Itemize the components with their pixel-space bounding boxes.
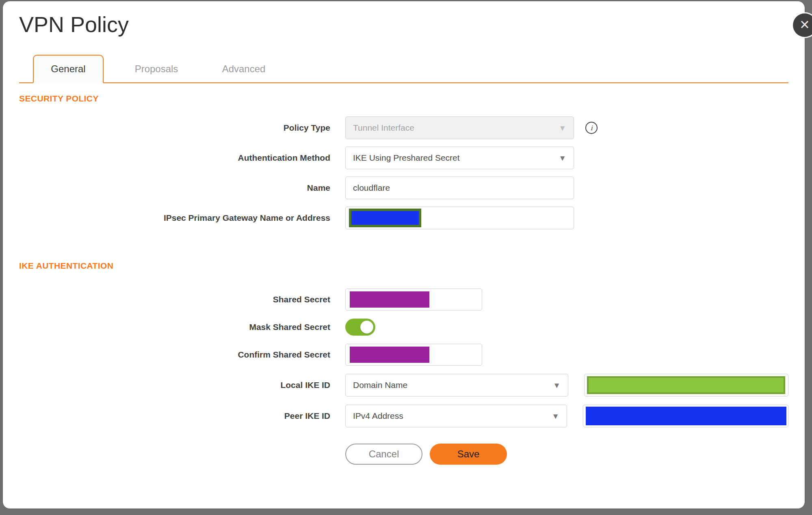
policy-type-row: Policy Type Tunnel Interface ▼ i [19,116,788,139]
action-buttons: Cancel Save [345,444,788,465]
close-icon: × [800,16,809,32]
shared-secret-input[interactable] [345,289,482,310]
confirm-shared-secret-input[interactable] [345,344,482,366]
local-ike-id-redacted-value [587,376,785,394]
peer-ike-id-input[interactable] [583,405,788,427]
gateway-input[interactable] [345,207,574,229]
local-ike-id-type-select[interactable]: Domain Name ▼ [345,374,568,396]
mask-shared-secret-toggle[interactable] [345,319,375,336]
local-ike-id-type-value: Domain Name [353,380,407,390]
ike-authentication-heading: IKE AUTHENTICATION [19,261,788,271]
name-value: cloudflare [353,183,390,193]
save-button[interactable]: Save [430,444,507,465]
tab-proposals[interactable]: Proposals [122,56,191,82]
peer-ike-id-redacted-value [586,407,786,425]
tab-general[interactable]: General [33,55,104,83]
toggle-knob [360,321,373,334]
shared-secret-redacted-value [350,291,429,308]
mask-shared-secret-row: Mask Shared Secret [19,319,788,336]
info-icon[interactable]: i [585,122,598,134]
tab-advanced[interactable]: Advanced [209,56,278,82]
shared-secret-row: Shared Secret [19,289,788,310]
close-button[interactable]: × [793,13,812,37]
dialog-title: VPN Policy [19,11,788,38]
name-input[interactable]: cloudflare [345,177,574,199]
policy-type-value: Tunnel Interface [353,123,414,133]
security-policy-heading: SECURITY POLICY [19,94,788,103]
chevron-down-icon: ▼ [553,381,561,389]
shared-secret-label: Shared Secret [19,295,330,304]
gateway-redacted-value [349,209,421,227]
peer-ike-id-label: Peer IKE ID [19,411,330,421]
peer-ike-id-type-select[interactable]: IPv4 Address ▼ [345,405,567,427]
gateway-row: IPsec Primary Gateway Name or Address [19,207,788,229]
mask-shared-secret-label: Mask Shared Secret [19,322,330,332]
local-ike-id-row: Local IKE ID Domain Name ▼ [19,374,788,396]
name-row: Name cloudflare [19,177,788,199]
confirm-shared-secret-redacted-value [350,347,429,363]
auth-method-value: IKE Using Preshared Secret [353,153,460,163]
policy-type-select: Tunnel Interface ▼ [345,116,574,139]
peer-ike-id-type-value: IPv4 Address [353,411,403,421]
auth-method-row: Authentication Method IKE Using Preshare… [19,147,788,169]
local-ike-id-label: Local IKE ID [19,380,330,390]
confirm-shared-secret-row: Confirm Shared Secret [19,344,788,366]
cancel-button[interactable]: Cancel [345,444,422,465]
tab-bar: General Proposals Advanced [19,55,788,83]
auth-method-select[interactable]: IKE Using Preshared Secret ▼ [345,147,574,169]
confirm-shared-secret-label: Confirm Shared Secret [19,350,330,360]
vpn-policy-dialog: × VPN Policy General Proposals Advanced … [2,1,805,509]
policy-type-label: Policy Type [19,123,330,133]
chevron-down-icon: ▼ [552,412,559,420]
chevron-down-icon: ▼ [559,124,566,132]
local-ike-id-input[interactable] [584,374,788,396]
chevron-down-icon: ▼ [559,154,566,162]
auth-method-label: Authentication Method [19,153,330,163]
gateway-label: IPsec Primary Gateway Name or Address [19,213,330,223]
peer-ike-id-row: Peer IKE ID IPv4 Address ▼ [19,405,788,427]
name-label: Name [19,183,330,193]
